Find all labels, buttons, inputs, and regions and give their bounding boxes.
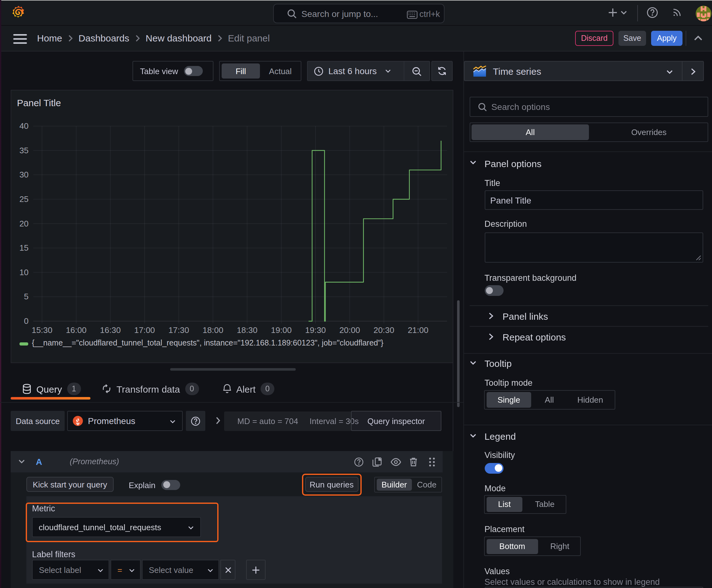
svg-text:10: 10 [19,268,28,277]
svg-text:5: 5 [24,292,28,301]
svg-text:18:30: 18:30 [237,326,257,335]
svg-text:30: 30 [19,170,28,180]
svg-text:15: 15 [19,243,28,253]
svg-text:16:30: 16:30 [100,326,121,335]
svg-text:16:00: 16:00 [66,326,87,335]
svg-text:18:00: 18:00 [202,326,223,335]
svg-text:17:00: 17:00 [134,326,155,335]
svg-text:19:00: 19:00 [271,326,292,335]
svg-text:20:30: 20:30 [373,326,394,335]
svg-text:25: 25 [19,194,28,204]
svg-text:0: 0 [24,316,28,326]
svg-text:35: 35 [19,146,28,155]
svg-text:20:00: 20:00 [339,326,360,335]
svg-text:15:30: 15:30 [32,326,52,335]
svg-text:17:30: 17:30 [168,326,189,335]
svg-text:40: 40 [19,121,28,131]
svg-text:19:30: 19:30 [305,326,326,335]
svg-text:21:00: 21:00 [408,326,429,335]
svg-text:20: 20 [19,219,28,228]
